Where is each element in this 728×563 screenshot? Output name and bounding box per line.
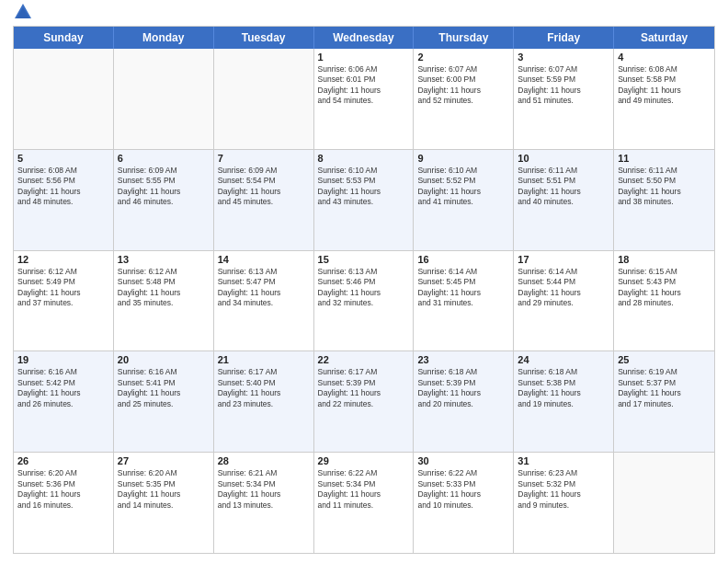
day-number: 31 [518,455,609,466]
calendar-row: 12Sunrise: 6:12 AM Sunset: 5:49 PM Dayli… [14,250,714,351]
calendar-cell: 8Sunrise: 6:10 AM Sunset: 5:53 PM Daylig… [314,150,415,250]
cell-info: Sunrise: 6:07 AM Sunset: 6:00 PM Dayligh… [417,64,509,107]
day-number: 1 [318,52,410,63]
cell-info: Sunrise: 6:16 AM Sunset: 5:42 PM Dayligh… [17,367,109,409]
calendar-cell: 15Sunrise: 6:13 AM Sunset: 5:46 PM Dayli… [314,251,415,351]
cell-info: Sunrise: 6:17 AM Sunset: 5:39 PM Dayligh… [318,367,410,409]
page: SundayMondayTuesdayWednesdayThursdayFrid… [0,0,728,563]
cell-info: Sunrise: 6:09 AM Sunset: 5:55 PM Dayligh… [118,166,210,208]
day-number: 14 [218,254,310,265]
calendar-cell: 24Sunrise: 6:18 AM Sunset: 5:38 PM Dayli… [514,351,614,452]
calendar-cell: 25Sunrise: 6:19 AM Sunset: 5:37 PM Dayli… [614,351,714,452]
day-number: 4 [618,52,711,63]
cell-info: Sunrise: 6:08 AM Sunset: 5:58 PM Dayligh… [618,64,711,107]
calendar-cell: 3Sunrise: 6:07 AM Sunset: 5:59 PM Daylig… [514,49,614,149]
cell-info: Sunrise: 6:16 AM Sunset: 5:41 PM Dayligh… [118,367,210,409]
calendar-cell: 28Sunrise: 6:21 AM Sunset: 5:34 PM Dayli… [214,453,314,553]
calendar-cell: 27Sunrise: 6:20 AM Sunset: 5:35 PM Dayli… [114,453,214,553]
cell-info: Sunrise: 6:21 AM Sunset: 5:34 PM Dayligh… [218,468,310,511]
cell-info: Sunrise: 6:13 AM Sunset: 5:46 PM Dayligh… [318,267,410,309]
day-number: 23 [417,354,509,365]
calendar-cell: 11Sunrise: 6:11 AM Sunset: 5:50 PM Dayli… [614,150,714,250]
cell-info: Sunrise: 6:22 AM Sunset: 5:34 PM Dayligh… [318,468,410,511]
cell-info: Sunrise: 6:10 AM Sunset: 5:52 PM Dayligh… [417,166,509,208]
calendar-cell: 23Sunrise: 6:18 AM Sunset: 5:39 PM Dayli… [414,351,514,452]
day-number: 13 [118,254,210,265]
cell-info: Sunrise: 6:18 AM Sunset: 5:39 PM Dayligh… [417,367,509,409]
weekday-header: Thursday [414,27,514,49]
header [13,9,715,22]
calendar-row: 5Sunrise: 6:08 AM Sunset: 5:56 PM Daylig… [14,149,714,250]
calendar-body: 1Sunrise: 6:06 AM Sunset: 6:01 PM Daylig… [14,49,714,553]
cell-info: Sunrise: 6:20 AM Sunset: 5:36 PM Dayligh… [17,468,109,511]
calendar-cell: 2Sunrise: 6:07 AM Sunset: 6:00 PM Daylig… [414,49,514,149]
cell-info: Sunrise: 6:20 AM Sunset: 5:35 PM Dayligh… [118,468,210,511]
calendar-cell: 16Sunrise: 6:14 AM Sunset: 5:45 PM Dayli… [414,251,514,351]
day-number: 19 [17,354,109,365]
day-number: 2 [417,52,509,63]
day-number: 10 [518,153,609,164]
day-number: 8 [318,153,410,164]
day-number: 26 [17,455,109,466]
calendar-row: 26Sunrise: 6:20 AM Sunset: 5:36 PM Dayli… [14,452,714,553]
weekday-header: Friday [514,27,614,49]
logo-icon [13,2,33,22]
calendar-cell [214,49,314,149]
cell-info: Sunrise: 6:12 AM Sunset: 5:49 PM Dayligh… [17,267,109,309]
cell-info: Sunrise: 6:14 AM Sunset: 5:44 PM Dayligh… [518,267,609,309]
calendar-cell: 18Sunrise: 6:15 AM Sunset: 5:43 PM Dayli… [614,251,714,351]
calendar: SundayMondayTuesdayWednesdayThursdayFrid… [13,26,715,554]
calendar-cell: 19Sunrise: 6:16 AM Sunset: 5:42 PM Dayli… [14,351,114,452]
calendar-cell: 20Sunrise: 6:16 AM Sunset: 5:41 PM Dayli… [114,351,214,452]
day-number: 9 [417,153,509,164]
day-number: 21 [218,354,310,365]
day-number: 24 [518,354,609,365]
calendar-cell: 29Sunrise: 6:22 AM Sunset: 5:34 PM Dayli… [314,453,415,553]
cell-info: Sunrise: 6:10 AM Sunset: 5:53 PM Dayligh… [318,166,410,208]
day-number: 16 [417,254,509,265]
cell-info: Sunrise: 6:19 AM Sunset: 5:37 PM Dayligh… [618,367,711,409]
calendar-cell: 22Sunrise: 6:17 AM Sunset: 5:39 PM Dayli… [314,351,415,452]
calendar-cell: 30Sunrise: 6:22 AM Sunset: 5:33 PM Dayli… [414,453,514,553]
weekday-header: Saturday [614,27,714,49]
calendar-cell: 7Sunrise: 6:09 AM Sunset: 5:54 PM Daylig… [214,150,314,250]
calendar-header: SundayMondayTuesdayWednesdayThursdayFrid… [14,27,714,49]
calendar-row: 19Sunrise: 6:16 AM Sunset: 5:42 PM Dayli… [14,350,714,452]
cell-info: Sunrise: 6:18 AM Sunset: 5:38 PM Dayligh… [518,367,609,409]
cell-info: Sunrise: 6:22 AM Sunset: 5:33 PM Dayligh… [417,468,509,511]
calendar-row: 1Sunrise: 6:06 AM Sunset: 6:01 PM Daylig… [14,49,714,149]
cell-info: Sunrise: 6:08 AM Sunset: 5:56 PM Dayligh… [17,166,109,208]
cell-info: Sunrise: 6:13 AM Sunset: 5:47 PM Dayligh… [218,267,310,309]
cell-info: Sunrise: 6:12 AM Sunset: 5:48 PM Dayligh… [118,267,210,309]
calendar-cell: 21Sunrise: 6:17 AM Sunset: 5:40 PM Dayli… [214,351,314,452]
day-number: 3 [518,52,609,63]
calendar-cell: 12Sunrise: 6:12 AM Sunset: 5:49 PM Dayli… [14,251,114,351]
calendar-cell: 6Sunrise: 6:09 AM Sunset: 5:55 PM Daylig… [114,150,214,250]
day-number: 6 [118,153,210,164]
calendar-cell: 10Sunrise: 6:11 AM Sunset: 5:51 PM Dayli… [514,150,614,250]
cell-info: Sunrise: 6:14 AM Sunset: 5:45 PM Dayligh… [417,267,509,309]
day-number: 15 [318,254,410,265]
cell-info: Sunrise: 6:15 AM Sunset: 5:43 PM Dayligh… [618,267,711,309]
day-number: 18 [618,254,711,265]
calendar-cell: 26Sunrise: 6:20 AM Sunset: 5:36 PM Dayli… [14,453,114,553]
calendar-cell: 17Sunrise: 6:14 AM Sunset: 5:44 PM Dayli… [514,251,614,351]
cell-info: Sunrise: 6:23 AM Sunset: 5:32 PM Dayligh… [518,468,609,511]
weekday-header: Sunday [14,27,114,49]
day-number: 25 [618,354,711,365]
cell-info: Sunrise: 6:07 AM Sunset: 5:59 PM Dayligh… [518,64,609,107]
day-number: 17 [518,254,609,265]
day-number: 5 [17,153,109,164]
calendar-cell: 5Sunrise: 6:08 AM Sunset: 5:56 PM Daylig… [14,150,114,250]
day-number: 28 [218,455,310,466]
day-number: 11 [618,153,711,164]
calendar-cell [614,453,714,553]
calendar-cell: 1Sunrise: 6:06 AM Sunset: 6:01 PM Daylig… [314,49,415,149]
calendar-cell [114,49,214,149]
day-number: 7 [218,153,310,164]
weekday-header: Wednesday [314,27,415,49]
cell-info: Sunrise: 6:11 AM Sunset: 5:51 PM Dayligh… [518,166,609,208]
day-number: 29 [318,455,410,466]
day-number: 12 [17,254,109,265]
day-number: 30 [417,455,509,466]
